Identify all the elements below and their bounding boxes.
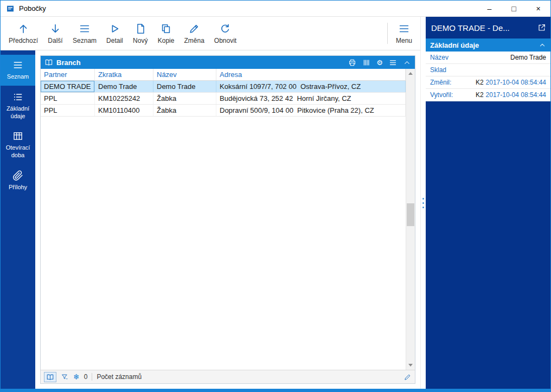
app-icon xyxy=(6,4,15,13)
sidebar-item-label: Základní údaje xyxy=(2,105,34,120)
book-view-toggle[interactable] xyxy=(44,372,56,382)
print-icon[interactable] xyxy=(348,59,356,67)
field-value: K2 xyxy=(476,91,484,99)
field-date-value: 2017-10-04 08:54:44 xyxy=(486,79,546,86)
section-chevron-up-icon[interactable] xyxy=(539,41,546,49)
scrollbar-thumb[interactable] xyxy=(407,203,414,226)
columns-icon[interactable] xyxy=(362,59,370,67)
column-header-zkratka[interactable]: Zkratka xyxy=(95,69,153,80)
table-statusbar: ❄ 0 Počet záznamů xyxy=(41,370,415,383)
menu-button-label: Menu xyxy=(396,37,412,44)
field-label: Změnil: xyxy=(430,79,451,86)
detail-panel-title: DEMO TRADE - De... xyxy=(431,23,534,33)
schedule-icon xyxy=(12,131,23,142)
arrow-down-icon xyxy=(49,23,61,35)
minimize-button[interactable]: – xyxy=(477,1,502,16)
detail-panel-header: DEMO TRADE - De... xyxy=(426,17,550,38)
branch-panel: Branch ⚙ xyxy=(40,55,415,384)
scroll-up-arrow[interactable] xyxy=(406,69,415,78)
list-button-label: Seznam xyxy=(73,37,97,44)
window-controls: – □ × xyxy=(477,1,550,16)
details-icon xyxy=(12,92,23,102)
freeze-icon[interactable]: ❄ xyxy=(73,373,80,381)
column-header-adresa[interactable]: Adresa xyxy=(216,69,406,80)
column-header-nazev[interactable]: Název xyxy=(153,69,216,80)
new-document-icon xyxy=(134,23,146,35)
cell-zkratka: KM10110400 xyxy=(95,105,153,116)
titlebar: Pobočky – □ × xyxy=(1,1,550,17)
pencil-icon xyxy=(188,23,200,35)
cell-partner: PPL xyxy=(41,93,95,104)
cell-zkratka: Demo Trade xyxy=(95,81,153,92)
detail-button[interactable]: Detail xyxy=(101,18,128,48)
panel-splitter[interactable] xyxy=(420,17,426,389)
book-icon xyxy=(44,58,53,67)
close-button[interactable]: × xyxy=(526,1,550,16)
table-row[interactable]: DEMO TRADE Demo Trade Demo Trade Koksárn… xyxy=(41,81,406,93)
panel-title: Branch xyxy=(56,59,81,67)
refresh-button-label: Obnovit xyxy=(214,37,236,44)
table-row[interactable]: PPL KM10110400 Žabka Dopravní 500/9, 104… xyxy=(41,105,406,117)
new-button[interactable]: Nový xyxy=(128,18,153,48)
book-icon xyxy=(46,373,54,381)
sidebar: Seznam Základní údaje Otevírací doba xyxy=(1,50,35,389)
refresh-icon xyxy=(219,23,231,35)
column-header-partner[interactable]: Partner xyxy=(41,69,95,80)
previous-button-label: Předchozí xyxy=(9,37,38,44)
toolbar: Předchozí Další Seznam Detail xyxy=(1,17,420,50)
table-row[interactable]: PPL KM10225242 Žabka Budějovická 73, 252… xyxy=(41,93,406,105)
copy-button-label: Kopie xyxy=(158,37,175,44)
splitter-dot xyxy=(422,207,424,208)
field-date-value: 2017-10-04 08:54:44 xyxy=(486,91,546,99)
open-in-new-window-icon[interactable] xyxy=(537,23,546,32)
copy-button[interactable]: Kopie xyxy=(153,18,180,48)
toolbar-separator xyxy=(387,23,388,44)
detail-panel: DEMO TRADE - De... Základní údaje Název … xyxy=(426,17,550,389)
panel-menu-icon[interactable] xyxy=(389,59,397,67)
branch-panel-header: Branch ⚙ xyxy=(41,56,415,69)
toolbar-spacer xyxy=(241,18,384,48)
section-title: Základní údaje xyxy=(430,41,539,49)
splitter-dot xyxy=(422,202,424,204)
new-button-label: Nový xyxy=(133,37,148,44)
field-sklad: Sklad xyxy=(426,64,550,76)
arrow-up-icon xyxy=(17,23,29,35)
record-count-label: Počet záznamů xyxy=(97,373,142,381)
vertical-scrollbar[interactable] xyxy=(406,69,415,370)
list-button[interactable]: Seznam xyxy=(68,18,101,48)
main-area: Branch ⚙ xyxy=(35,50,420,389)
field-label: Vytvořil: xyxy=(430,91,453,99)
edit-button[interactable]: Změna xyxy=(179,18,209,48)
paperclip-icon xyxy=(12,170,23,181)
menu-button[interactable]: Menu xyxy=(391,18,417,48)
sidebar-item-zakladni-udaje[interactable]: Základní údaje xyxy=(1,87,35,125)
maximize-button[interactable]: □ xyxy=(502,1,526,16)
basic-info-section-header[interactable]: Základní údaje xyxy=(426,38,550,52)
field-value: K2 xyxy=(476,79,484,86)
collapse-chevron-up-icon[interactable] xyxy=(403,59,411,67)
table-empty-area xyxy=(41,117,406,370)
cell-adresa: Dopravní 500/9, 104 00 Pitkovice (Praha … xyxy=(216,105,406,116)
field-label: Sklad xyxy=(430,66,446,74)
scroll-down-arrow[interactable] xyxy=(406,361,415,370)
sidebar-item-oteviraci-doba[interactable]: Otevírací doba xyxy=(1,126,35,164)
sidebar-item-seznam[interactable]: Seznam xyxy=(1,55,35,86)
window-title: Pobočky xyxy=(19,4,46,12)
copy-icon xyxy=(160,23,172,35)
field-zmenil: Změnil: K2 2017-10-04 08:54:44 xyxy=(426,76,550,89)
edit-pencil-icon[interactable] xyxy=(403,373,412,381)
list-icon xyxy=(79,23,91,35)
field-nazev: Název Demo Trade xyxy=(426,52,550,64)
cell-adresa: Budějovická 73, 252 42 Horní Jirčany, CZ xyxy=(216,93,406,104)
filter-icon[interactable] xyxy=(61,373,69,381)
cell-nazev: Demo Trade xyxy=(153,81,216,92)
record-count-value: 0 xyxy=(84,373,88,381)
field-vytvoril: Vytvořil: K2 2017-10-04 08:54:44 xyxy=(426,89,550,101)
refresh-button[interactable]: Obnovit xyxy=(209,18,241,48)
cell-adresa: Koksární 1097/7, 702 00 Ostrava-Přívoz, … xyxy=(216,81,406,92)
previous-button[interactable]: Předchozí xyxy=(4,18,43,48)
sidebar-item-prilohy[interactable]: Přílohy xyxy=(1,165,35,196)
settings-gear-icon[interactable]: ⚙ xyxy=(376,59,383,66)
cell-nazev: Žabka xyxy=(153,105,216,116)
next-button[interactable]: Další xyxy=(43,18,68,48)
